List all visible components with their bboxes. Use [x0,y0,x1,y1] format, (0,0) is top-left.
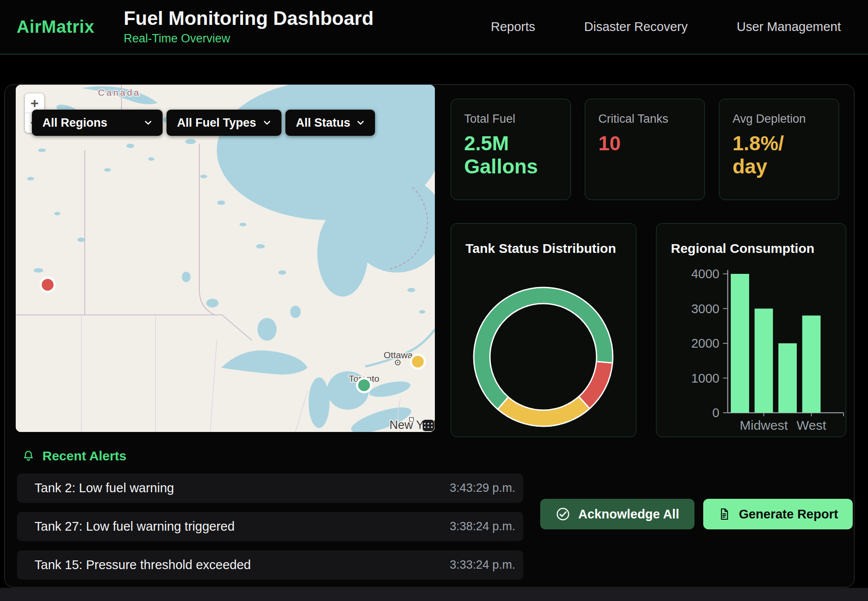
tank-status-card: Tank Status Distribution [451,223,636,437]
stat-value-total-fuel: 2.5M Gallons [464,132,557,178]
stat-cards: Total Fuel 2.5M Gallons Critical Tanks 1… [451,99,839,200]
fuel-type-filter-dropdown[interactable]: All Fuel Types [167,110,281,136]
alert-message: Tank 2: Low fuel warning [35,481,174,495]
regional-consumption-card: Regional Consumption 01000200030004000Mi… [656,223,846,437]
bar-3[interactable] [802,315,821,413]
check-circle-icon [556,507,570,522]
stat-value-critical-tanks: 10 [598,132,691,155]
regional-consumption-chart[interactable]: 01000200030004000MidwestWest [656,224,847,438]
main-nav: Reports Disaster Recovery User Managemen… [491,20,868,34]
page-footer-strip [0,588,868,601]
y-tick-label: 2000 [691,336,719,350]
nav-item-user-management[interactable]: User Management [736,20,841,34]
stat-label: Avg Depletion [733,112,826,126]
stat-value-avg-depletion: 1.8%/ day [733,132,826,178]
chevron-down-icon [144,120,152,126]
map-drag-handle-icon[interactable] [423,420,434,431]
fuel-type-filter-value: All Fuel Types [177,116,256,130]
bar-1[interactable] [755,309,773,413]
nav-item-reports[interactable]: Reports [491,20,535,34]
map-canvas[interactable]: Canada Ottawa Toronto New York [16,85,435,432]
generate-report-label: Generate Report [739,507,838,522]
alert-message: Tank 27: Low fuel warning triggered [35,519,235,534]
alert-timestamp: 3:43:29 p.m. [450,481,515,495]
app-header: AirMatrix Fuel Monitoring Dashboard Real… [0,0,868,55]
main-panel: Canada Ottawa Toronto New York + − All R… [4,84,854,587]
tank-status-donut[interactable] [451,224,637,438]
tank-marker-normal[interactable] [357,378,371,392]
recent-alerts-header: Recent Alerts [21,449,126,463]
y-tick-label: 0 [712,406,719,420]
page-title: Fuel Monitoring Dashboard [124,8,374,28]
status-filter-value: All Status [296,116,351,130]
stat-label: Total Fuel [464,112,557,126]
fuel-map[interactable]: Canada Ottawa Toronto New York + − All R… [16,85,435,432]
title-block: Fuel Monitoring Dashboard Real-Time Over… [124,8,374,45]
document-icon [718,507,731,521]
donut-segment-warning[interactable] [498,397,590,426]
bar-0[interactable] [731,274,749,413]
bar-2[interactable] [778,343,797,413]
page-subtitle: Real-Time Overview [124,32,374,45]
generate-report-button[interactable]: Generate Report [703,499,853,529]
acknowledge-all-button[interactable]: Acknowledge All [540,499,694,529]
status-filter-dropdown[interactable]: All Status [285,110,375,136]
chevron-down-icon [357,120,365,126]
brand-logo[interactable]: AirMatrix [17,17,94,37]
region-filter-dropdown[interactable]: All Regions [32,110,163,136]
alert-row[interactable]: Tank 2: Low fuel warning 3:43:29 p.m. [17,473,523,503]
alert-timestamp: 3:33:24 p.m. [450,558,515,572]
stat-card-critical-tanks: Critical Tanks 10 [585,99,705,200]
alert-row[interactable]: Tank 15: Pressure threshold exceeded 3:3… [17,550,523,580]
recent-alerts-title: Recent Alerts [42,449,126,463]
alert-row[interactable]: Tank 27: Low fuel warning triggered 3:38… [17,512,523,541]
alert-message: Tank 15: Pressure threshold exceeded [35,558,251,572]
region-filter-value: All Regions [42,116,108,130]
nav-item-disaster-recovery[interactable]: Disaster Recovery [584,20,688,34]
ottawa-city-dot-center [397,362,399,363]
map-label-ottawa: Ottawa [384,350,413,360]
tank-marker-warning[interactable] [411,355,425,369]
y-tick-label: 4000 [691,267,719,281]
x-tick-label: Midwest [740,418,788,432]
tank-marker-critical[interactable] [41,278,55,292]
map-label-country: Canada [98,87,141,97]
stat-card-avg-depletion: Avg Depletion 1.8%/ day [719,99,839,200]
acknowledge-all-label: Acknowledge All [578,507,679,522]
stat-card-total-fuel: Total Fuel 2.5M Gallons [451,99,571,200]
alert-timestamp: 3:38:24 p.m. [450,520,515,533]
stat-label: Critical Tanks [598,112,691,126]
x-tick-label: West [797,418,826,432]
chevron-down-icon [263,120,271,126]
y-tick-label: 1000 [691,371,719,385]
bell-icon [21,449,35,463]
y-tick-label: 3000 [691,302,719,316]
